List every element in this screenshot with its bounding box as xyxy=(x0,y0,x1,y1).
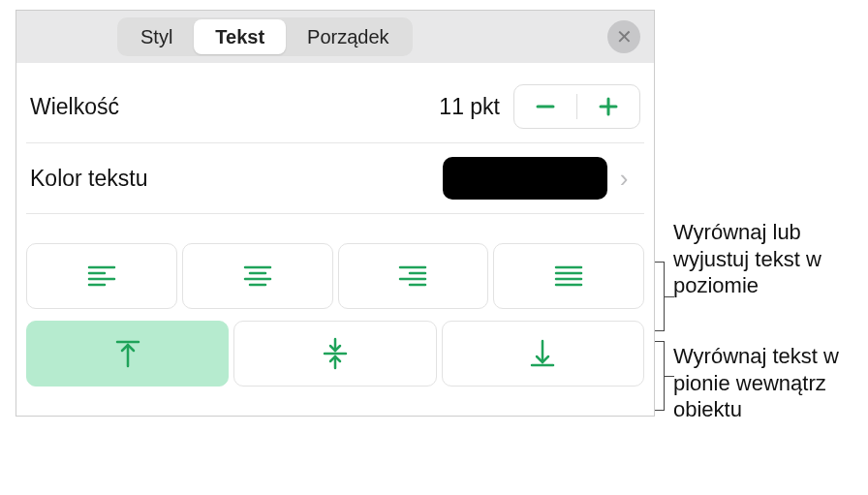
segmented-control: Styl Tekst Porządek xyxy=(117,17,413,56)
tab-style[interactable]: Styl xyxy=(119,19,194,54)
size-stepper xyxy=(513,84,640,129)
panel-body: Wielkość 11 pkt Kolor tekstu xyxy=(16,63,654,387)
callout-bracket-vertical xyxy=(655,341,665,411)
alignment-section xyxy=(26,243,644,387)
align-center-icon xyxy=(241,263,274,289)
decrease-button[interactable] xyxy=(514,85,576,128)
close-button[interactable]: ✕ xyxy=(607,20,640,53)
size-row: Wielkość 11 pkt xyxy=(26,71,644,143)
vertical-align-row xyxy=(26,321,644,387)
callout-vertical: Wyrównaj tekst w pionie wewnątrz obiektu xyxy=(673,343,857,423)
align-left-icon xyxy=(85,263,118,289)
tab-text[interactable]: Tekst xyxy=(194,19,286,54)
align-top-icon xyxy=(113,337,142,370)
tab-bar: Styl Tekst Porządek ✕ xyxy=(16,11,654,63)
color-swatch[interactable] xyxy=(443,157,607,200)
text-color-row[interactable]: Kolor tekstu › xyxy=(26,143,644,214)
align-left-button[interactable] xyxy=(26,243,177,309)
chevron-right-icon: › xyxy=(607,164,640,194)
align-bottom-icon xyxy=(528,337,557,370)
align-bottom-button[interactable] xyxy=(442,321,644,387)
align-right-button[interactable] xyxy=(338,243,489,309)
format-panel: Styl Tekst Porządek ✕ Wielkość 11 pkt xyxy=(16,10,655,417)
size-value: 11 pkt xyxy=(439,94,500,120)
align-middle-icon xyxy=(321,337,350,370)
align-center-button[interactable] xyxy=(182,243,333,309)
align-right-icon xyxy=(396,263,429,289)
align-middle-button[interactable] xyxy=(233,321,436,387)
horizontal-align-row xyxy=(26,243,644,309)
align-justify-button[interactable] xyxy=(493,243,644,309)
callout-bracket-horizontal xyxy=(655,262,665,331)
text-color-label: Kolor tekstu xyxy=(30,166,147,192)
plus-icon xyxy=(597,95,620,118)
increase-button[interactable] xyxy=(577,85,639,128)
tab-order[interactable]: Porządek xyxy=(286,19,411,54)
minus-icon xyxy=(534,95,557,118)
align-top-button[interactable] xyxy=(26,321,229,387)
callout-horizontal: Wyrównaj lub wyjustuj tekst w poziomie xyxy=(673,219,857,299)
close-icon: ✕ xyxy=(616,25,633,48)
size-label: Wielkość xyxy=(30,94,119,120)
align-justify-icon xyxy=(552,263,585,289)
